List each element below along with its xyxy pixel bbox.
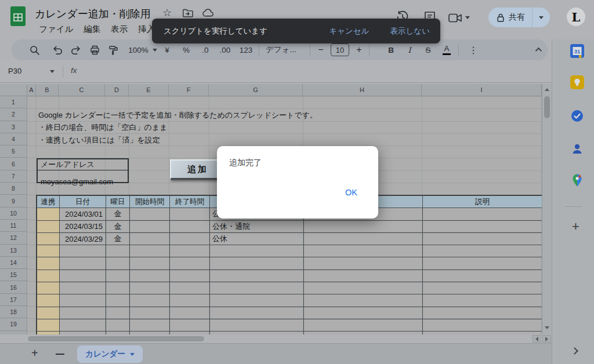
table-cell[interactable] — [170, 332, 210, 334]
paint-format-icon[interactable] — [104, 39, 122, 60]
table-cell[interactable] — [170, 245, 210, 257]
email-box[interactable]: メールアドレス moyasea@gmail.com — [37, 158, 129, 183]
print-icon[interactable] — [86, 39, 103, 60]
tasks-icon[interactable] — [570, 109, 584, 123]
add-sheet-button[interactable]: + — [31, 347, 38, 360]
table-header-cell[interactable]: 開始時間 — [130, 196, 170, 208]
row-header-18[interactable]: 18 — [0, 306, 27, 318]
redo-icon[interactable] — [67, 39, 85, 60]
table-cell[interactable] — [170, 233, 210, 245]
email-value-cell[interactable]: moyasea@gmail.com — [38, 170, 128, 193]
table-cell[interactable] — [304, 233, 423, 245]
row-header-16[interactable]: 16 — [0, 281, 27, 293]
row-header-20[interactable]: 20 — [0, 331, 27, 334]
table-cell[interactable] — [130, 270, 170, 282]
table-cell[interactable] — [304, 257, 423, 270]
calendar-icon[interactable]: 31 — [570, 44, 584, 58]
row-header-2[interactable]: 2 — [0, 108, 27, 121]
avatar[interactable]: L — [567, 8, 585, 26]
menu-view[interactable]: 表示 — [106, 23, 133, 36]
text-color-button[interactable]: A — [439, 39, 455, 60]
vertical-scrollbar-thumb[interactable] — [544, 96, 550, 118]
maps-icon[interactable] — [570, 173, 584, 187]
sheets-logo-icon[interactable] — [10, 6, 26, 26]
table-cell[interactable] — [423, 221, 542, 233]
table-cell[interactable] — [106, 332, 130, 334]
table-header-cell[interactable]: 日付 — [60, 196, 106, 208]
table-cell[interactable] — [304, 270, 423, 282]
column-header-H[interactable]: H — [303, 84, 422, 96]
row-header-3[interactable]: 3 — [0, 121, 27, 133]
email-label-cell[interactable]: メールアドレス — [38, 159, 128, 170]
table-cell[interactable] — [170, 294, 210, 307]
table-cell[interactable] — [423, 208, 542, 220]
sheet-tab-menu-icon[interactable] — [130, 353, 135, 356]
select-all-corner[interactable] — [0, 84, 27, 96]
cloud-status-icon[interactable] — [202, 8, 214, 17]
table-cell[interactable] — [130, 233, 170, 245]
table-header-cell[interactable]: 終了時間 — [170, 196, 210, 208]
menu-file[interactable]: ファイル — [34, 23, 78, 36]
table-cell[interactable] — [130, 221, 170, 233]
table-cell[interactable]: 公休・通院 — [210, 221, 304, 233]
table-cell[interactable] — [106, 319, 130, 332]
row-header-10[interactable]: 10 — [0, 208, 27, 220]
table-cell[interactable] — [37, 208, 60, 220]
table-cell[interactable] — [423, 307, 542, 319]
row-header-6[interactable]: 6 — [0, 158, 27, 170]
table-cell[interactable] — [304, 319, 423, 332]
horizontal-scrollbar-thumb[interactable] — [28, 336, 204, 341]
table-cell[interactable] — [210, 332, 304, 334]
table-cell[interactable] — [106, 282, 130, 294]
table-cell[interactable] — [106, 307, 130, 319]
table-cell[interactable] — [423, 294, 542, 307]
table-cell[interactable]: 金 — [106, 221, 130, 233]
column-header-A[interactable]: A — [27, 84, 36, 96]
table-cell[interactable] — [210, 319, 304, 332]
table-cell[interactable] — [60, 270, 106, 282]
row-header-13[interactable]: 13 — [0, 245, 27, 257]
table-header-cell[interactable]: 曜日 — [106, 196, 130, 208]
table-cell[interactable] — [130, 208, 170, 220]
table-cell[interactable] — [37, 282, 60, 294]
row-header-7[interactable]: 7 — [0, 170, 27, 183]
table-cell[interactable] — [210, 257, 304, 270]
name-box-dropdown-icon[interactable] — [50, 70, 55, 73]
undo-icon[interactable] — [49, 39, 66, 60]
table-cell[interactable] — [423, 282, 542, 294]
row-header-5[interactable]: 5 — [0, 145, 27, 158]
table-cell[interactable] — [60, 245, 106, 257]
table-cell[interactable] — [130, 332, 170, 334]
table-cell[interactable] — [423, 233, 542, 245]
row-header-11[interactable]: 11 — [0, 220, 27, 232]
table-cell[interactable] — [210, 270, 304, 282]
table-cell[interactable] — [170, 208, 210, 220]
table-cell[interactable] — [423, 245, 542, 257]
name-box[interactable]: P30 — [8, 67, 21, 75]
keep-icon[interactable] — [570, 75, 584, 89]
active-sheet-tab[interactable]: カレンダー — [77, 345, 143, 363]
table-header-cell[interactable]: 説明 — [423, 196, 542, 208]
table-cell[interactable] — [423, 332, 542, 334]
table-cell[interactable] — [130, 294, 170, 307]
share-dropdown-icon[interactable] — [533, 16, 550, 19]
search-icon[interactable] — [26, 39, 43, 60]
collapse-toolbar-button[interactable] — [529, 39, 546, 60]
table-cell[interactable] — [37, 245, 60, 257]
table-cell[interactable]: 2024/03/15 — [60, 221, 106, 233]
meet-video-icon[interactable] — [448, 12, 463, 24]
scroll-left-button[interactable] — [533, 335, 541, 343]
column-header-I[interactable]: I — [422, 84, 542, 96]
star-icon[interactable]: ☆ — [162, 6, 172, 19]
vertical-scrollbar[interactable] — [542, 84, 552, 334]
table-cell[interactable]: 金 — [106, 208, 130, 220]
document-title[interactable]: カレンダー追加・削除用 — [35, 7, 151, 21]
row-header-4[interactable]: 4 — [0, 133, 27, 145]
table-header-cell[interactable]: 連携 — [37, 196, 60, 208]
row-header-15[interactable]: 15 — [0, 269, 27, 281]
table-cell[interactable] — [304, 332, 423, 334]
table-cell[interactable]: 公休 — [210, 233, 304, 245]
table-cell[interactable] — [60, 282, 106, 294]
collapse-panel-icon[interactable] — [572, 345, 577, 356]
dialog-ok-button[interactable]: OK — [345, 188, 357, 197]
